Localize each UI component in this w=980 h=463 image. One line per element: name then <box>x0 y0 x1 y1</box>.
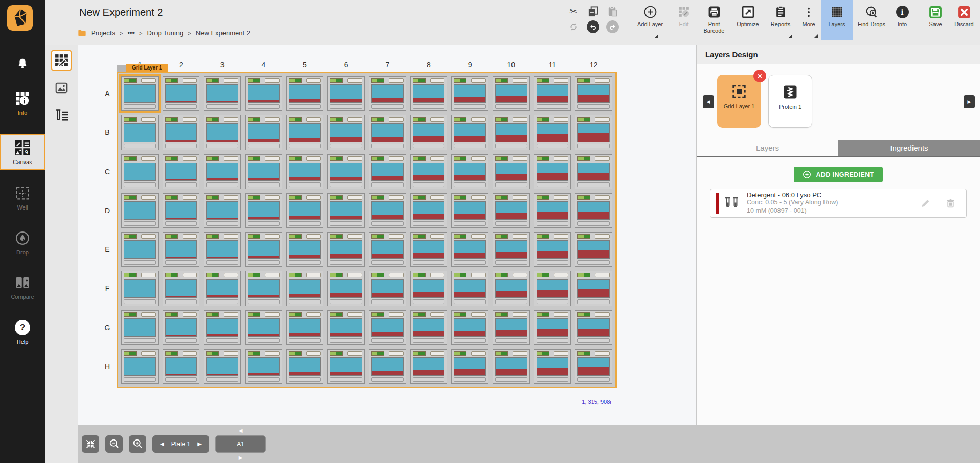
column-label-2[interactable]: 2 <box>163 58 200 72</box>
well-F2[interactable] <box>163 271 200 306</box>
breadcrumb-item[interactable]: New Experiment 2 <box>196 29 250 37</box>
well-F12[interactable] <box>575 271 612 306</box>
well-F3[interactable] <box>204 271 241 306</box>
well-H5[interactable] <box>286 349 324 384</box>
well-B6[interactable] <box>327 115 365 150</box>
well-H11[interactable] <box>534 349 571 384</box>
layer-tag-handle[interactable] <box>117 65 126 72</box>
well-A7[interactable] <box>369 76 406 111</box>
well-G11[interactable] <box>534 310 571 345</box>
well-D2[interactable] <box>163 193 200 228</box>
well-B7[interactable] <box>369 115 406 150</box>
layer-card-grid-layer-1[interactable]: ✕ Grid Layer 1 <box>717 75 761 128</box>
well-A1[interactable] <box>121 76 159 111</box>
breadcrumb-item[interactable]: Drop Tuning <box>147 29 184 37</box>
well-C5[interactable] <box>286 154 324 189</box>
well-H2[interactable] <box>163 349 200 384</box>
delete-ingredient-icon[interactable] <box>945 198 956 209</box>
well-C7[interactable] <box>369 154 406 189</box>
tool-design-view[interactable] <box>51 50 72 71</box>
cut-icon[interactable]: ✂ <box>569 6 577 17</box>
well-C12[interactable] <box>575 154 612 189</box>
well-A6[interactable] <box>327 76 365 111</box>
breadcrumb-item[interactable]: ••• <box>127 29 135 37</box>
well-G7[interactable] <box>369 310 406 345</box>
well-E3[interactable] <box>204 232 241 267</box>
row-label-G[interactable]: G <box>98 310 117 345</box>
well-C2[interactable] <box>163 154 200 189</box>
well-C3[interactable] <box>204 154 241 189</box>
edit-ingredient-icon[interactable] <box>920 198 931 209</box>
grid-layer-tag[interactable]: Grid Layer 1 <box>126 64 168 72</box>
tab-ingredients[interactable]: Ingredients <box>838 140 980 156</box>
well-E11[interactable] <box>534 232 571 267</box>
well-E2[interactable] <box>163 232 200 267</box>
well-H7[interactable] <box>369 349 406 384</box>
well-D11[interactable] <box>534 193 571 228</box>
add-ingredient-button[interactable]: ADD INGREDIENT <box>794 167 882 182</box>
scroll-layers-right-button[interactable]: ▶ <box>964 95 975 108</box>
well-G8[interactable] <box>410 310 448 345</box>
sidebar-item-info[interactable]: Info <box>0 91 45 116</box>
well-G1[interactable] <box>121 310 159 345</box>
well-D3[interactable] <box>204 193 241 228</box>
well-E5[interactable] <box>286 232 324 267</box>
print-barcode-button[interactable]: Print Barcode <box>697 0 731 40</box>
well-G2[interactable] <box>163 310 200 345</box>
well-E10[interactable] <box>493 232 530 267</box>
well-D9[interactable] <box>451 193 488 228</box>
previous-plate-button[interactable]: ◀ <box>160 441 164 447</box>
well-H9[interactable] <box>451 349 488 384</box>
well-A5[interactable] <box>286 76 324 111</box>
sidebar-item-help[interactable]: ? Help <box>0 320 45 345</box>
well-C4[interactable] <box>245 154 282 189</box>
scroll-layers-left-button[interactable]: ◀ <box>703 95 714 108</box>
well-B2[interactable] <box>163 115 200 150</box>
well-B4[interactable] <box>245 115 282 150</box>
well-E4[interactable] <box>245 232 282 267</box>
well-E8[interactable] <box>410 232 448 267</box>
well-B9[interactable] <box>451 115 488 150</box>
zoom-out-button[interactable] <box>105 435 123 453</box>
copy-icon[interactable] <box>587 6 599 17</box>
undo-button[interactable] <box>587 20 599 33</box>
column-label-11[interactable]: 11 <box>534 58 571 72</box>
well-A3[interactable] <box>204 76 241 111</box>
well-B1[interactable] <box>121 115 159 150</box>
well-E1[interactable] <box>121 232 159 267</box>
well-F1[interactable] <box>121 271 159 306</box>
column-label-6[interactable]: 6 <box>327 58 365 72</box>
next-well-button[interactable]: ▶ <box>239 455 243 460</box>
well-A4[interactable] <box>245 76 282 111</box>
well-F11[interactable] <box>534 271 571 306</box>
column-label-10[interactable]: 10 <box>493 58 530 72</box>
well-D7[interactable] <box>369 193 406 228</box>
well-G10[interactable] <box>493 310 530 345</box>
more-button[interactable]: More <box>796 0 821 40</box>
well-G5[interactable] <box>286 310 324 345</box>
well-H8[interactable] <box>410 349 448 384</box>
well-F6[interactable] <box>327 271 365 306</box>
well-A11[interactable] <box>534 76 571 111</box>
well-F4[interactable] <box>245 271 282 306</box>
well-D12[interactable] <box>575 193 612 228</box>
well-G4[interactable] <box>245 310 282 345</box>
add-layer-button[interactable]: Add Layer <box>630 0 671 40</box>
well-C1[interactable] <box>121 154 159 189</box>
well-D1[interactable] <box>121 193 159 228</box>
well-G12[interactable] <box>575 310 612 345</box>
row-label-E[interactable]: E <box>98 232 117 267</box>
well-F8[interactable] <box>410 271 448 306</box>
discard-button[interactable]: Discard <box>949 0 979 40</box>
row-label-A[interactable]: A <box>98 76 117 111</box>
well-B5[interactable] <box>286 115 324 150</box>
well-D8[interactable] <box>410 193 448 228</box>
column-label-5[interactable]: 5 <box>286 58 324 72</box>
well-E6[interactable] <box>327 232 365 267</box>
sidebar-item-canvas[interactable]: 9 Canvas <box>0 134 45 170</box>
well-D6[interactable] <box>327 193 365 228</box>
tool-ingredient-list-view[interactable] <box>51 105 72 126</box>
row-label-C[interactable]: C <box>98 154 117 189</box>
fit-to-screen-button[interactable] <box>82 435 99 453</box>
well-H12[interactable] <box>575 349 612 384</box>
